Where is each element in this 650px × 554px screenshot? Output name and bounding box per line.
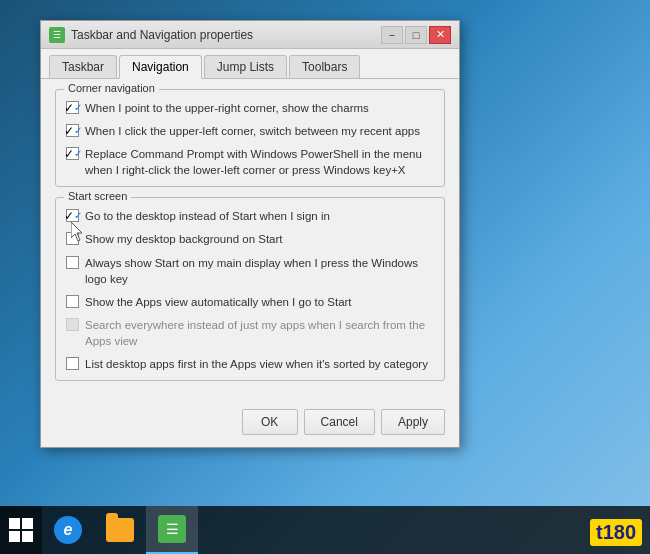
list-desktop-row: List desktop apps first in the Apps view… [66, 356, 434, 372]
apps-view-label: Show the Apps view automatically when I … [85, 294, 434, 310]
search-everywhere-row: Search everywhere instead of just my app… [66, 317, 434, 349]
maximize-button[interactable]: □ [405, 26, 427, 44]
main-display-label: Always show Start on my main display whe… [85, 255, 434, 287]
desktop-background-checkbox[interactable] [66, 232, 79, 245]
minimize-button[interactable]: − [381, 26, 403, 44]
taskbar-props-icon: ☰ [158, 515, 186, 543]
close-button[interactable]: ✕ [429, 26, 451, 44]
desktop: ☰ Taskbar and Navigation properties − □ … [0, 0, 650, 554]
list-desktop-checkbox[interactable] [66, 357, 79, 370]
search-everywhere-label: Search everywhere instead of just my app… [85, 317, 434, 349]
start-screen-content: ✓ Go to the desktop instead of Start whe… [66, 208, 434, 372]
tab-content-navigation: Corner navigation ✓ When I point to the … [41, 79, 459, 401]
taskbar-ie-item[interactable]: e [42, 506, 94, 554]
corner-navigation-label: Corner navigation [64, 82, 159, 94]
taskbar-explorer-item[interactable] [94, 506, 146, 554]
start-button[interactable] [0, 506, 42, 554]
tabs-bar: Taskbar Navigation Jump Lists Toolbars [41, 49, 459, 79]
folder-icon [106, 518, 134, 542]
branding-text: t180 [590, 519, 642, 546]
recent-apps-label: When I click the upper-left corner, swit… [85, 123, 434, 139]
ie-icon: e [54, 516, 82, 544]
taskbar-props-item[interactable]: ☰ [146, 506, 198, 554]
main-display-row: Always show Start on my main display whe… [66, 255, 434, 287]
tab-taskbar[interactable]: Taskbar [49, 55, 117, 78]
corner-navigation-content: ✓ When I point to the upper-right corner… [66, 100, 434, 178]
dialog-window: ☰ Taskbar and Navigation properties − □ … [40, 20, 460, 448]
dialog-titlebar[interactable]: ☰ Taskbar and Navigation properties − □ … [41, 21, 459, 49]
start-screen-label: Start screen [64, 190, 131, 202]
apps-view-row: Show the Apps view automatically when I … [66, 294, 434, 310]
dialog-footer: OK Cancel Apply [41, 401, 459, 447]
start-screen-group: Start screen ✓ Go to the desktop instead… [55, 197, 445, 381]
desktop-background-label: Show my desktop background on Start [85, 231, 434, 247]
tab-jump-lists[interactable]: Jump Lists [204, 55, 287, 78]
charms-label: When I point to the upper-right corner, … [85, 100, 434, 116]
dialog-title: Taskbar and Navigation properties [71, 28, 381, 42]
taskbar: e ☰ t180 [0, 506, 650, 554]
desktop-signin-label: Go to the desktop instead of Start when … [85, 208, 434, 224]
desktop-background-row: Show my desktop background on Start [66, 231, 434, 247]
main-display-checkbox[interactable] [66, 256, 79, 269]
ok-button[interactable]: OK [242, 409, 298, 435]
recent-apps-row: ✓ When I click the upper-left corner, sw… [66, 123, 434, 139]
apply-button[interactable]: Apply [381, 409, 445, 435]
recent-apps-checkbox[interactable]: ✓ [66, 124, 79, 137]
desktop-signin-row: ✓ Go to the desktop instead of Start whe… [66, 208, 434, 224]
windows-logo-icon [9, 518, 33, 542]
taskbar-items: e ☰ [42, 506, 650, 554]
apps-view-checkbox[interactable] [66, 295, 79, 308]
charms-row: ✓ When I point to the upper-right corner… [66, 100, 434, 116]
cancel-button[interactable]: Cancel [304, 409, 375, 435]
corner-navigation-group: Corner navigation ✓ When I point to the … [55, 89, 445, 187]
list-desktop-label: List desktop apps first in the Apps view… [85, 356, 434, 372]
desktop-signin-checkbox[interactable]: ✓ [66, 209, 79, 222]
dialog-controls: − □ ✕ [381, 26, 451, 44]
tab-toolbars[interactable]: Toolbars [289, 55, 360, 78]
tab-navigation[interactable]: Navigation [119, 55, 202, 79]
powershell-label: Replace Command Prompt with Windows Powe… [85, 146, 434, 178]
charms-checkbox[interactable]: ✓ [66, 101, 79, 114]
powershell-row: ✓ Replace Command Prompt with Windows Po… [66, 146, 434, 178]
dialog-app-icon: ☰ [49, 27, 65, 43]
powershell-checkbox[interactable]: ✓ [66, 147, 79, 160]
search-everywhere-checkbox[interactable] [66, 318, 79, 331]
